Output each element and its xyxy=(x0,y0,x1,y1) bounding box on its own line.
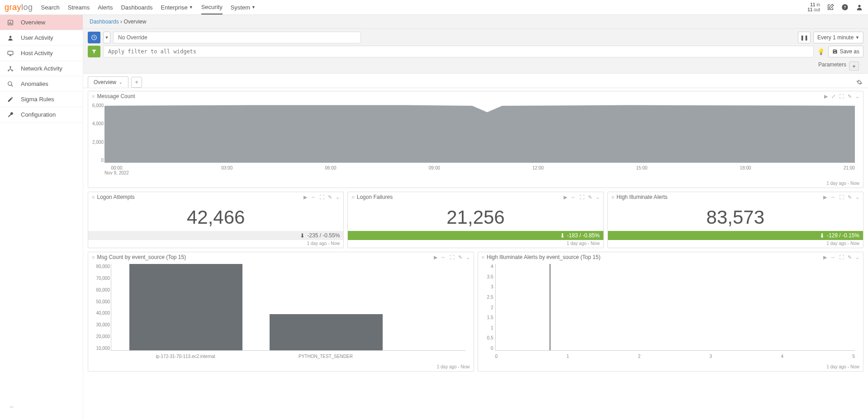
sidebar-item-overview[interactable]: Overview xyxy=(0,15,83,30)
svg-point-9 xyxy=(10,66,11,67)
message-count-chart[interactable]: 6,0004,0002,0000 00:00Nov 9, 2022 03:000… xyxy=(104,103,855,175)
dashboard-body: ≡Message Count ▶ ⤢ ⛶ ✎ ⌄ 6,0004,0002,000… xyxy=(83,88,868,419)
swap-icon[interactable]: ↔ xyxy=(441,254,446,260)
chevron-down-icon[interactable]: ⌄ xyxy=(596,194,600,200)
parameters-label: Parameters xyxy=(818,61,846,71)
edit-icon[interactable]: ✎ xyxy=(848,254,852,260)
timerange-dropdown[interactable]: ▼ xyxy=(103,32,110,43)
override-display[interactable]: No Override xyxy=(113,32,361,43)
edit-icon[interactable]: ✎ xyxy=(588,194,592,200)
breadcrumb: Dashboards › Overview xyxy=(83,15,868,29)
sidebar-item-configuration[interactable]: Configuration xyxy=(0,107,83,122)
nav-alerts[interactable]: Alerts xyxy=(98,0,113,14)
filter-hint-icon[interactable]: 💡 xyxy=(816,48,825,55)
edit-icon[interactable]: ✎ xyxy=(848,194,852,200)
add-parameter-button[interactable]: + xyxy=(849,61,859,71)
widget-logon-attempts: ≡Logon Attempts ▶↔⛶✎⌄ 42,466 ⬇-235 / -0.… xyxy=(88,192,344,248)
swap-icon[interactable]: ↔ xyxy=(311,194,316,200)
widget-high-illuminate: ≡High Illuminate Alerts ▶↔⛶✎⌄ 83,573 ⬇-1… xyxy=(607,192,863,248)
y-axis: 6,0004,0002,0000 xyxy=(92,103,104,163)
swap-icon[interactable]: ↔ xyxy=(830,254,835,260)
filter-submit-button[interactable] xyxy=(88,46,100,57)
nav-enterprise[interactable]: Enterprise▼ xyxy=(161,0,193,14)
nav-streams[interactable]: Streams xyxy=(68,0,90,14)
swap-icon[interactable]: ↔ xyxy=(571,194,576,200)
drag-handle-icon[interactable]: ≡ xyxy=(92,254,94,260)
sidebar-label: Host Activity xyxy=(21,50,53,56)
scratchpad-icon[interactable] xyxy=(826,3,835,11)
add-tab-button[interactable]: + xyxy=(131,77,142,88)
sidebar-item-host-activity[interactable]: Host Activity xyxy=(0,46,83,61)
fullscreen-icon[interactable]: ⛶ xyxy=(839,194,844,200)
edit-icon[interactable]: ✎ xyxy=(848,94,852,99)
play-icon[interactable]: ▶ xyxy=(823,194,827,200)
filter-input[interactable] xyxy=(103,46,814,57)
msg-source-chart[interactable]: 80,00070,00060,00050,00040,00030,00020,0… xyxy=(111,264,465,359)
nav-search[interactable]: Search xyxy=(41,0,60,14)
refresh-interval[interactable]: Every 1 minute▼ xyxy=(813,32,863,43)
expand-icon[interactable]: ⤢ xyxy=(831,94,835,99)
pause-button[interactable]: ❚❚ xyxy=(798,32,811,43)
crumb-root[interactable]: Dashboards xyxy=(90,19,119,25)
widget-range: 1 day ago - Now xyxy=(478,363,863,371)
sidebar-item-network-activity[interactable]: Network Activity xyxy=(0,61,83,76)
hi-source-chart[interactable]: 43.532.521.510.50 012345 xyxy=(495,264,855,359)
edit-icon[interactable]: ✎ xyxy=(328,194,332,200)
chevron-down-icon[interactable]: ⌄ xyxy=(855,194,859,200)
svg-rect-6 xyxy=(11,23,12,24)
widget-range: 1 day ago - Now xyxy=(88,240,343,248)
widget-title: Logon Attempts xyxy=(97,194,134,200)
nav-security[interactable]: Security xyxy=(201,0,223,14)
fullscreen-icon[interactable]: ⛶ xyxy=(319,194,324,200)
sidebar-item-sigma-rules[interactable]: Sigma Rules xyxy=(0,92,83,107)
edit-icon[interactable]: ✎ xyxy=(458,254,462,260)
sidebar: Overview User Activity Host Activity Net… xyxy=(0,15,83,419)
logo[interactable]: graylog xyxy=(5,3,33,12)
chevron-down-icon[interactable]: ⌄ xyxy=(466,254,470,260)
chevron-down-icon[interactable]: ⌄ xyxy=(855,94,859,99)
save-as-button[interactable]: Save as xyxy=(828,46,863,57)
sidebar-label: Network Activity xyxy=(21,65,62,72)
sidebar-collapse-icon[interactable]: ← xyxy=(9,403,15,410)
trend-bar: ⬇-235 / -0.55% xyxy=(88,231,343,240)
widget-title: Msg Count by event_source (Top 15) xyxy=(97,254,186,260)
chevron-down-icon[interactable]: ⌄ xyxy=(336,194,340,200)
timerange-button[interactable] xyxy=(88,32,100,43)
tab-settings-icon[interactable] xyxy=(855,78,863,86)
play-icon[interactable]: ▶ xyxy=(434,254,437,260)
fullscreen-icon[interactable]: ⛶ xyxy=(450,254,455,260)
nav-dashboards[interactable]: Dashboards xyxy=(121,0,152,14)
chevron-down-icon[interactable]: ⌄ xyxy=(855,254,859,260)
trend-bar: ⬇-183 / -0.85% xyxy=(348,231,603,240)
widget-title: Logon Failures xyxy=(357,194,393,200)
chart-icon xyxy=(6,19,14,26)
drag-handle-icon[interactable]: ≡ xyxy=(92,94,94,99)
tab-overview[interactable]: Overview⌄ xyxy=(88,76,128,88)
play-icon[interactable]: ▶ xyxy=(304,194,307,200)
nav-items: Search Streams Alerts Dashboards Enterpr… xyxy=(41,0,256,14)
trend-down-icon: ⬇ xyxy=(820,232,825,239)
user-menu-icon[interactable] xyxy=(855,3,863,11)
bar xyxy=(129,264,242,350)
sidebar-item-anomalies[interactable]: Anomalies xyxy=(0,76,83,92)
play-icon[interactable]: ▶ xyxy=(824,94,828,99)
search-icon xyxy=(6,81,14,87)
toolbar: ▼ No Override ❚❚ Every 1 minute▼ 💡 Save … xyxy=(83,29,868,74)
drag-handle-icon[interactable]: ≡ xyxy=(92,194,94,200)
drag-handle-icon[interactable]: ≡ xyxy=(351,194,354,200)
fullscreen-icon[interactable]: ⛶ xyxy=(579,194,584,200)
fullscreen-icon[interactable]: ⛶ xyxy=(839,254,844,260)
fullscreen-icon[interactable]: ⛶ xyxy=(839,94,844,99)
play-icon[interactable]: ▶ xyxy=(823,254,827,260)
tab-bar: Overview⌄ + xyxy=(83,74,868,88)
drag-handle-icon[interactable]: ≡ xyxy=(612,194,614,200)
throughput-stat: 11 in 11 out xyxy=(807,2,820,12)
nav-system[interactable]: System▼ xyxy=(231,0,256,14)
swap-icon[interactable]: ↔ xyxy=(830,194,835,200)
drag-handle-icon[interactable]: ≡ xyxy=(482,254,484,260)
sidebar-item-user-activity[interactable]: User Activity xyxy=(0,30,83,46)
widget-title: Message Count xyxy=(97,93,135,99)
help-icon[interactable]: ? xyxy=(841,3,849,11)
play-icon[interactable]: ▶ xyxy=(564,194,567,200)
svg-text:?: ? xyxy=(844,5,846,9)
